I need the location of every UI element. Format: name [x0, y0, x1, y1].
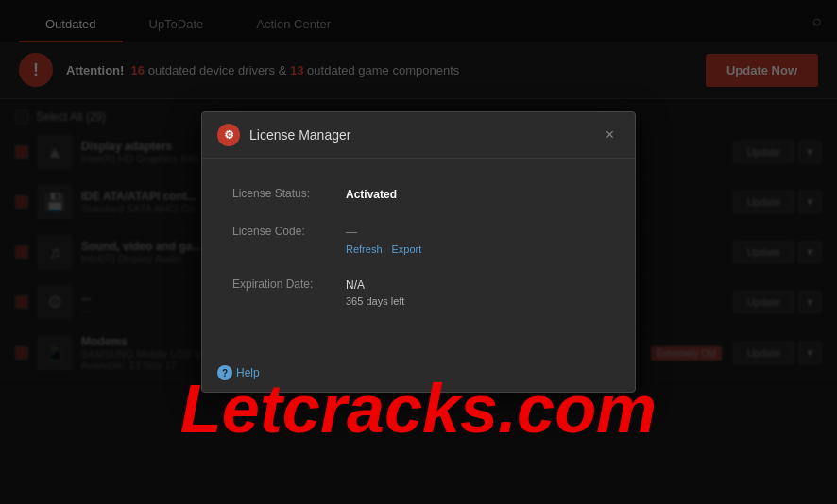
dialog-body: License Status: Activated License Code: …	[202, 159, 635, 358]
license-code-row: License Code: — Refresh Export	[232, 223, 605, 255]
dialog-icon: ⚙	[217, 124, 240, 146]
days-left: 365 days left	[346, 295, 404, 307]
license-manager-dialog: ⚙ License Manager × License Status: Acti…	[201, 111, 636, 393]
dialog-footer: ? Help	[202, 358, 635, 392]
license-status-label: License Status:	[232, 185, 346, 200]
close-button[interactable]: ×	[600, 125, 620, 145]
license-status-row: License Status: Activated	[232, 185, 605, 202]
help-link[interactable]: ? Help	[217, 365, 260, 380]
license-code-label: License Code:	[232, 223, 346, 238]
expiration-row: Expiration Date: N/A 365 days left	[232, 276, 605, 307]
help-icon: ?	[217, 365, 232, 380]
export-link[interactable]: Export	[392, 244, 422, 255]
expiration-value: N/A	[346, 278, 365, 292]
expiration-label: Expiration Date:	[232, 276, 346, 291]
help-label: Help	[236, 366, 260, 379]
license-code-value: —	[346, 226, 357, 239]
dialog-title: License Manager	[249, 127, 600, 143]
expiration-value-container: N/A 365 days left	[346, 276, 404, 307]
dialog-header: ⚙ License Manager ×	[202, 112, 635, 159]
license-links: Refresh Export	[346, 244, 421, 255]
license-code-value-container: — Refresh Export	[346, 223, 421, 255]
license-status-value-container: Activated	[346, 185, 397, 202]
license-status-value: Activated	[346, 188, 397, 201]
modal-overlay: ⚙ License Manager × License Status: Acti…	[0, 0, 837, 504]
refresh-link[interactable]: Refresh	[346, 244, 383, 255]
